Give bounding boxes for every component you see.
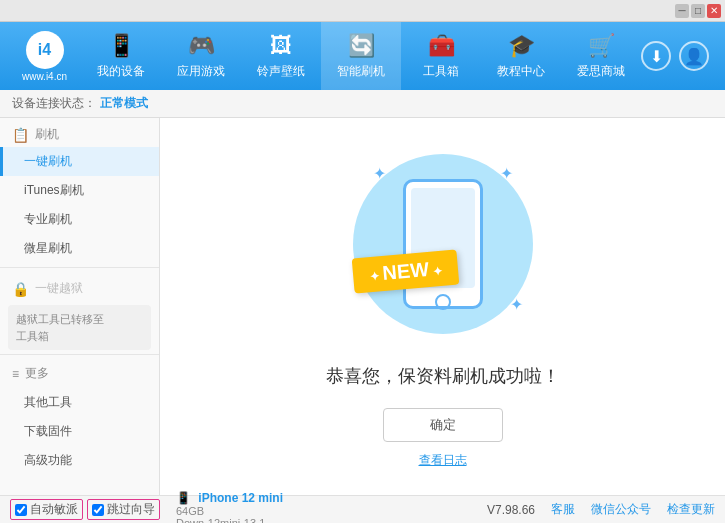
sidebar: 📋 刷机 一键刷机 iTunes刷机 专业刷机 微星刷机 🔒 一键越狱 越狱工具…: [0, 118, 160, 495]
sidebar-item-other-tools[interactable]: 其他工具: [0, 388, 159, 417]
device-name: iPhone 12 mini: [198, 491, 283, 505]
nav-item-tools[interactable]: 🧰 工具箱: [401, 22, 481, 90]
bottom-bar: 自动敏派 跳过向导 📱 iPhone 12 mini 64GB Down-12m…: [0, 495, 725, 523]
nav-label-my-device: 我的设备: [97, 63, 145, 80]
success-text: 恭喜您，保资料刷机成功啦！: [326, 364, 560, 388]
bottom-left: 自动敏派 跳过向导 📱 iPhone 12 mini 64GB Down-12m…: [10, 491, 283, 524]
sidebar-item-pro-flash[interactable]: 专业刷机: [0, 205, 159, 234]
version-label: V7.98.66: [487, 503, 535, 517]
nav-label-apps-games: 应用游戏: [177, 63, 225, 80]
title-bar: ─ □ ✕: [0, 0, 725, 22]
nav-item-my-device[interactable]: 📱 我的设备: [81, 22, 161, 90]
nav-items: 📱 我的设备 🎮 应用游戏 🖼 铃声壁纸 🔄 智能刷机 🧰 工具箱 🎓 教程中心…: [81, 22, 641, 90]
checkbox-area: 自动敏派 跳过向导: [10, 499, 160, 520]
bottom-right: V7.98.66 客服 微信公众号 检查更新: [487, 501, 715, 518]
content-area: NEW ✦ ✦ ✦ 恭喜您，保资料刷机成功啦！ 确定 查看日志: [160, 118, 725, 495]
phone-shape: [403, 179, 483, 309]
sidebar-section-jailbreak: 🔒 一键越狱: [0, 272, 159, 301]
sparkle-icon-1: ✦: [373, 164, 386, 183]
sparkle-icon-3: ✦: [510, 295, 523, 314]
flash-icon: 🔄: [348, 33, 375, 59]
nav-item-store[interactable]: 🛒 爱思商城: [561, 22, 641, 90]
skip-wizard-checkbox-item: 跳过向导: [87, 499, 160, 520]
nav-right: ⬇ 👤: [641, 41, 709, 71]
wallpaper-icon: 🖼: [270, 33, 292, 59]
nav-label-wallpaper: 铃声壁纸: [257, 63, 305, 80]
nav-label-smart-flash: 智能刷机: [337, 63, 385, 80]
user-button[interactable]: 👤: [679, 41, 709, 71]
sidebar-item-one-key-flash[interactable]: 一键刷机: [0, 147, 159, 176]
apps-icon: 🎮: [188, 33, 215, 59]
sidebar-item-download-firmware[interactable]: 下载固件: [0, 417, 159, 446]
lock-icon: 🔒: [12, 281, 29, 297]
logo-text: www.i4.cn: [22, 71, 67, 82]
close-button[interactable]: ✕: [707, 4, 721, 18]
logo-symbol: i4: [38, 41, 51, 59]
sparkle-icon-2: ✦: [500, 164, 513, 183]
flash-section-icon: 📋: [12, 127, 29, 143]
auto-send-checkbox[interactable]: [15, 504, 27, 516]
auto-send-label: 自动敏派: [30, 501, 78, 518]
header: i4 www.i4.cn 📱 我的设备 🎮 应用游戏 🖼 铃声壁纸 🔄 智能刷机…: [0, 22, 725, 90]
flash-section-title: 刷机: [35, 126, 59, 143]
more-icon: ≡: [12, 367, 19, 381]
nav-item-wallpaper[interactable]: 🖼 铃声壁纸: [241, 22, 321, 90]
device-info: 📱 iPhone 12 mini 64GB Down-12mini-13,1: [176, 491, 283, 524]
status-bar: 设备连接状态： 正常模式: [0, 90, 725, 118]
status-value: 正常模式: [100, 95, 148, 112]
log-link[interactable]: 查看日志: [419, 452, 467, 469]
skip-wizard-label: 跳过向导: [107, 501, 155, 518]
store-icon: 🛒: [588, 33, 615, 59]
support-link[interactable]: 客服: [551, 501, 575, 518]
phone-home-btn: [435, 294, 451, 310]
nav-item-smart-flash[interactable]: 🔄 智能刷机: [321, 22, 401, 90]
wechat-link[interactable]: 微信公众号: [591, 501, 651, 518]
success-illustration: NEW ✦ ✦ ✦: [343, 144, 543, 344]
device-icon-small: 📱: [176, 491, 191, 505]
minimize-button[interactable]: ─: [675, 4, 689, 18]
sidebar-divider-2: [0, 354, 159, 355]
check-update-link[interactable]: 检查更新: [667, 501, 715, 518]
sidebar-more: ≡ 更多: [0, 359, 159, 388]
sidebar-section-flash: 📋 刷机: [0, 118, 159, 147]
sidebar-divider-1: [0, 267, 159, 268]
device-model: Down-12mini-13,1: [176, 517, 283, 524]
device-icon: 📱: [108, 33, 135, 59]
nav-item-apps-games[interactable]: 🎮 应用游戏: [161, 22, 241, 90]
logo-icon: i4: [26, 31, 64, 69]
logo-area: i4 www.i4.cn: [8, 31, 81, 82]
tutorials-icon: 🎓: [508, 33, 535, 59]
nav-label-tools: 工具箱: [423, 63, 459, 80]
skip-wizard-checkbox[interactable]: [92, 504, 104, 516]
device-storage: 64GB: [176, 505, 283, 517]
status-label: 设备连接状态：: [12, 95, 96, 112]
sidebar-item-advanced[interactable]: 高级功能: [0, 446, 159, 475]
nav-label-tutorials: 教程中心: [497, 63, 545, 80]
tools-icon: 🧰: [428, 33, 455, 59]
main-layout: 📋 刷机 一键刷机 iTunes刷机 专业刷机 微星刷机 🔒 一键越狱 越狱工具…: [0, 118, 725, 495]
download-button[interactable]: ⬇: [641, 41, 671, 71]
auto-send-checkbox-item: 自动敏派: [10, 499, 83, 520]
jailbreak-note: 越狱工具已转移至工具箱: [8, 305, 151, 350]
sidebar-item-itunes-flash[interactable]: iTunes刷机: [0, 176, 159, 205]
nav-item-tutorials[interactable]: 🎓 教程中心: [481, 22, 561, 90]
nav-label-store: 爱思商城: [577, 63, 625, 80]
maximize-button[interactable]: □: [691, 4, 705, 18]
sidebar-item-save-flash[interactable]: 微星刷机: [0, 234, 159, 263]
confirm-button[interactable]: 确定: [383, 408, 503, 442]
